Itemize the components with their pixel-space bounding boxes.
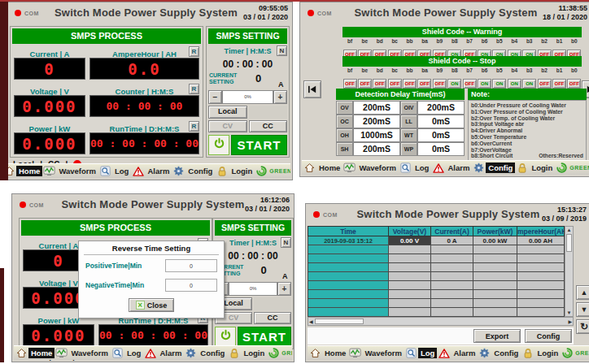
nav-label: Waveform <box>362 348 404 358</box>
nav-item-login[interactable]: Login <box>516 162 555 174</box>
reset-button[interactable]: R <box>189 46 199 57</box>
config-button[interactable]: Config <box>525 329 572 343</box>
log-cell[interactable]: 0.00 V <box>389 236 431 245</box>
delay-value-field[interactable]: 200mS <box>353 101 400 115</box>
bit-toggle-be[interactable]: OFF <box>358 79 372 89</box>
page-down-button[interactable]: ▼ <box>576 302 589 317</box>
nav-item-log[interactable]: Log <box>399 162 431 174</box>
bit-toggle-b1[interactable]: OFF <box>552 79 566 89</box>
nav-item-home[interactable]: Home <box>15 347 55 359</box>
cc-button[interactable]: CC <box>254 312 291 324</box>
nav-item-alarm[interactable]: Alarm <box>438 347 478 359</box>
delay-value-field[interactable]: 0mS <box>417 128 465 142</box>
nav-item-log[interactable]: Log <box>111 347 143 359</box>
home-icon <box>15 347 28 359</box>
bit-toggle-ba[interactable]: OFF <box>417 79 431 89</box>
delay-value-field[interactable]: 0mS <box>417 115 465 128</box>
log-cell[interactable]: 0.00 kW <box>473 236 517 245</box>
bit-toggle-bd[interactable]: OFF <box>373 79 386 89</box>
delay-value-field[interactable]: 200mS <box>417 101 465 115</box>
nav-item-alarm[interactable]: Alarm <box>144 347 184 359</box>
bit-toggle-b7[interactable]: OFF <box>463 79 477 89</box>
increment-button[interactable]: + <box>277 282 291 296</box>
delay-value-field[interactable]: 1000mS <box>353 128 400 142</box>
nav-item-config[interactable]: Config <box>185 347 227 359</box>
local-button[interactable]: Local <box>208 106 247 118</box>
nav-item-login[interactable]: Login <box>216 165 255 177</box>
horizontal-scrollbar[interactable]: ◀▶ <box>308 317 574 326</box>
prev-page-button[interactable] <box>303 80 321 98</box>
bit-toggle-b5[interactable]: ON <box>492 79 506 89</box>
refresh-button[interactable]: ↻ <box>576 319 589 334</box>
reset-button[interactable]: R <box>189 121 199 132</box>
percent-field[interactable]: 0% <box>229 282 277 296</box>
start-button[interactable]: START <box>238 327 291 347</box>
delay-key: OIV <box>400 101 417 115</box>
nav-item-log[interactable]: Log <box>99 165 131 177</box>
percent-field[interactable]: 0% <box>222 90 273 104</box>
scroll-thumb[interactable] <box>566 234 572 252</box>
nav-item-waveform[interactable]: Waveform <box>349 347 404 359</box>
page-up-button[interactable]: ▲ <box>576 285 589 300</box>
nav-item-home[interactable]: Home <box>3 165 42 177</box>
nav-item-log[interactable]: Log <box>405 347 437 359</box>
nav-item-config[interactable]: Config <box>478 347 521 359</box>
log-cell <box>473 272 517 281</box>
current-stepper: − 0% + <box>215 282 291 296</box>
decrement-button[interactable]: − <box>208 90 222 104</box>
bit-toggle-b9[interactable]: OFF <box>433 79 447 89</box>
note-section: Note: b0:Under Pressure of Cooling Water… <box>468 89 587 161</box>
bit-toggle-b2[interactable]: OFF <box>538 79 552 89</box>
bit-toggle-b4[interactable]: ON <box>508 79 521 89</box>
logo-icon <box>561 347 574 359</box>
scroll-up-icon[interactable]: ▲ <box>566 227 573 233</box>
scroll-down-icon[interactable]: ▼ <box>566 310 573 316</box>
log-cell[interactable]: 0 A <box>431 236 473 245</box>
timer-n-button[interactable]: N <box>277 46 287 56</box>
bit-toggle-b3[interactable]: ON <box>522 79 536 89</box>
scroll-thumb[interactable] <box>315 318 364 324</box>
log-cell[interactable]: 0.00 AH <box>517 236 565 245</box>
nav-item-config[interactable]: Config <box>172 165 215 177</box>
power-button[interactable] <box>208 135 229 155</box>
bit-toggle-bc[interactable]: OFF <box>388 79 402 89</box>
positive-time-input[interactable]: 0 <box>165 259 217 272</box>
timer-n-button[interactable]: N <box>281 237 291 248</box>
scroll-right-icon[interactable]: ▶ <box>567 318 573 325</box>
nav-item-waveform[interactable]: Waveform <box>343 162 399 174</box>
cv-button[interactable]: CV <box>208 120 247 132</box>
nav-item-waveform[interactable]: Waveform <box>55 347 111 359</box>
nav-item-config[interactable]: Config <box>473 162 515 174</box>
negative-time-input[interactable]: 0 <box>165 279 217 292</box>
delay-value-field[interactable]: 0mS <box>417 142 465 156</box>
meter-label-row: AmpereHour | AHR <box>89 46 199 58</box>
increment-button[interactable]: + <box>273 90 287 104</box>
power-button[interactable] <box>215 327 236 347</box>
scroll-left-icon[interactable]: ◀ <box>308 318 314 325</box>
close-button[interactable]: ×Close <box>129 298 174 312</box>
bit-toggle-b8[interactable]: ON <box>447 79 461 89</box>
vertical-scrollbar[interactable]: ▲▼ <box>565 226 574 317</box>
nav-item-home[interactable]: Home <box>309 347 348 359</box>
export-button[interactable]: Export <box>473 329 521 343</box>
log-cell[interactable]: 2019-09-03 15:12 <box>308 236 389 245</box>
cc-button[interactable]: CC <box>249 120 288 132</box>
delay-value-field[interactable]: 200mS <box>353 115 400 128</box>
nav-item-waveform[interactable]: Waveform <box>43 165 98 177</box>
delay-value-field[interactable]: 200mS <box>353 142 400 156</box>
bit-toggle-bf[interactable]: OFF <box>343 79 357 89</box>
bit-toggle-b0[interactable]: OFF <box>567 79 581 89</box>
log-cell <box>517 290 565 299</box>
nav-item-alarm[interactable]: Alarm <box>132 165 172 177</box>
start-button[interactable]: START <box>231 135 287 155</box>
current-stepper: − 0% + <box>208 90 287 104</box>
nav-item-alarm[interactable]: Alarm <box>432 162 472 174</box>
bit-toggle-bb[interactable]: OFF <box>403 79 417 89</box>
nav-item-login[interactable]: Login <box>521 347 561 359</box>
bit-toggle-b6[interactable]: ON <box>478 79 491 89</box>
nav-item-home[interactable]: Home <box>303 162 342 174</box>
reset-button[interactable]: R <box>189 84 199 94</box>
nav-item-login[interactable]: Login <box>228 347 267 359</box>
log-icon <box>99 165 111 177</box>
log-row-empty <box>308 272 565 281</box>
